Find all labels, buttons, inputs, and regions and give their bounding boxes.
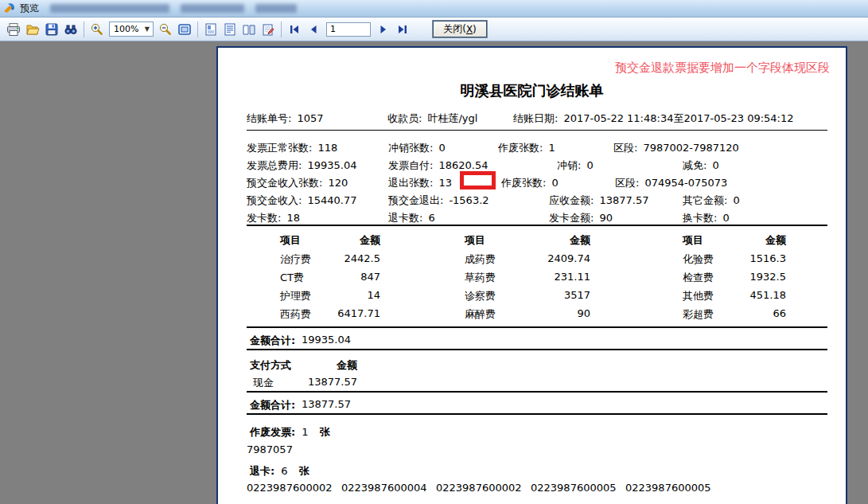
stat-value: 18620.54 [438,159,488,171]
toolbar-separator [197,21,198,37]
refund-card-numbers-row: 0223987600002 0223987600004 022398760000… [218,482,846,498]
stat-label: 区段: [613,142,637,154]
stats-row: 预交金收入张数:120 退出张数:13 作废张数:0 区段:074954-075… [218,176,846,192]
blurred-title-text [181,4,244,13]
close-button[interactable]: 关闭(X) [433,21,487,37]
payment-method: 现金 [253,376,274,390]
open-button[interactable] [23,20,42,39]
prev-page-button[interactable] [304,20,323,39]
item-amount: 3517 [511,289,590,301]
refund-card-unit: 张 [298,465,309,477]
two-page-view-button[interactable] [239,20,259,39]
fit-page-icon [177,22,192,37]
item-amount: 1516.3 [706,252,786,264]
refund-card-field: 退卡:6张 [250,464,309,479]
stat-field: 作废张数:1 [498,141,555,155]
edit-page-button[interactable] [259,20,278,39]
stat-label: 发票自付: [388,159,433,171]
chevron-down-icon: ▼ [145,25,150,33]
void-invoice-row: 作废发票:1张 [218,425,846,441]
window-title: 预览 [20,2,39,15]
stat-field: 发卡金额:90 [549,211,613,225]
stats-row: 发票正常张数:118 冲销张数:0 作废张数:1 区段:7987002-7987… [218,141,846,157]
settle-date-field: 结账日期:2017-05-22 11:48:34至2017-05-23 09:5… [513,111,794,126]
stat-label: 预交金收入: [247,194,302,206]
items-row: 西药费 6417.71 麻醉费 90 彩超费 66 [218,307,846,323]
single-page-view-button[interactable] [201,20,220,39]
stat-value: 15440.77 [307,194,356,206]
item-name: 麻醉费 [465,307,496,322]
items-total-row: 金额合计: 19935.04 [218,334,846,350]
refund-card-count: 6 [281,465,287,477]
stat-value: 120 [328,177,348,189]
stat-field: 预交金收入张数:120 [247,176,348,190]
stat-value: 1 [548,142,555,154]
stat-field: 区段:074954-075073 [615,176,727,190]
payment-row: 现金 13877.57 [218,376,846,392]
prev-page-icon [307,23,320,36]
zoom-out-button[interactable] [156,20,175,39]
next-page-button[interactable] [374,20,393,39]
stat-value: 074954-075073 [644,177,727,189]
book-pages-icon [242,22,256,37]
zoom-in-button[interactable] [88,20,107,39]
item-amount: 6417.71 [301,307,380,319]
page-list-view-button[interactable] [220,20,239,39]
stat-field: 作废张数:0 [501,176,559,190]
stat-label: 应收金额: [549,194,594,206]
stat-field: 冲销张数:0 [388,141,446,155]
first-page-icon [288,23,301,36]
stat-label: 其它金额: [683,194,727,206]
void-invoice-numbers-row: 7987057 [218,443,846,459]
divider-line [247,225,827,226]
item-amount: 231.11 [511,271,590,283]
preview-window: 预览 [0,0,868,504]
stat-field: 发票正常张数:118 [247,141,337,155]
stat-field: 应收金额:13877.57 [549,193,648,208]
zoom-level-dropdown[interactable]: 100% ▼ [109,21,154,37]
stat-value: 118 [317,142,337,154]
items-total-label: 金额合计: [250,334,295,348]
item-name: 草药费 [465,271,496,285]
document-title: 明溪县医院门诊结账单 [218,81,846,100]
save-button[interactable] [42,20,61,39]
edit-page-icon [261,22,275,37]
stat-field: 退出张数:13 [388,176,452,190]
last-page-button[interactable] [393,20,412,39]
cashier-field: 收款员:叶桂莲/ygl [387,111,477,126]
stat-label: 冲销张数: [388,142,433,154]
stat-label: 作废张数: [501,177,546,189]
payment-amount-header: 金额 [282,358,357,373]
first-page-button[interactable] [285,20,304,39]
stat-value: 6 [428,212,434,224]
stat-value: 0 [551,177,558,189]
refund-card-number: 0223987600005 [531,482,617,494]
stat-label: 作废张数: [498,142,543,154]
find-button[interactable] [61,20,80,39]
last-page-icon [396,23,409,36]
document-page: 预交金退款票据要增加一个字段体现区段 明溪县医院门诊结账单 结账单号:1057 … [216,46,847,504]
cashier-value: 叶桂莲/ygl [427,112,477,124]
toolbar-separator [84,21,84,37]
stat-label: 减免: [683,159,706,171]
stat-value: 0 [586,159,593,171]
stat-field: 发票总费用:19935.04 [247,158,356,173]
next-page-icon [377,23,390,36]
divider-line [247,326,827,328]
items-row: CT费 847 草药费 231.11 检查费 1932.5 [218,271,846,287]
print-button[interactable] [4,20,23,39]
payment-amount: 13877.57 [282,376,357,388]
page-number-input[interactable] [326,22,371,37]
blurred-title-text [50,4,169,13]
void-invoice-field: 作废发票:1张 [250,425,329,440]
close-label-key: X [466,24,473,35]
refund-card-row: 退卡:6张 [218,464,846,480]
item-amount: 14 [301,289,380,301]
item-amount: 66 [706,307,786,319]
items-header-row: 项目 金额 项目 金额 项目 金额 [218,233,846,249]
close-label-prefix: 关闭( [443,22,466,36]
stat-field: 退卡数:6 [388,211,435,225]
fit-page-button[interactable] [175,20,194,39]
stat-value: 13877.57 [599,194,648,206]
stats-row: 发票总费用:19935.04 发票自付:18620.54 冲销:0 减免:0 [218,158,846,174]
